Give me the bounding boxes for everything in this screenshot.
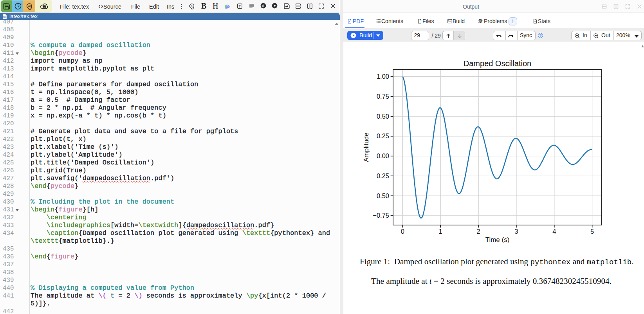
svg-text:Damped Oscillation: Damped Oscillation (464, 59, 531, 68)
svg-text:−0.50: −0.50 (373, 192, 389, 199)
svg-text:Time (s): Time (s) (485, 236, 510, 244)
svg-text:tex: tex (3, 16, 6, 18)
svg-text:1: 1 (439, 228, 442, 235)
svg-text:4: 4 (552, 228, 556, 235)
svg-text:−0.75: −0.75 (373, 212, 389, 219)
svg-text:$: $ (262, 4, 264, 8)
svg-text:0: 0 (401, 228, 404, 235)
svg-text:0.00: 0.00 (377, 152, 389, 159)
svg-text:A: A (348, 20, 350, 23)
svg-text:0.25: 0.25 (377, 132, 389, 139)
svg-text:0.50: 0.50 (377, 113, 389, 120)
svg-text:5: 5 (590, 228, 594, 235)
svg-text:3: 3 (514, 228, 518, 235)
svg-text:2: 2 (477, 228, 480, 235)
svg-text:AI: AI (28, 4, 31, 8)
svg-text:1.00: 1.00 (377, 73, 389, 80)
svg-text:−0.25: −0.25 (373, 172, 389, 179)
svg-text:0.75: 0.75 (377, 93, 389, 100)
svg-text:AI: AI (191, 5, 193, 8)
svg-text:Amplitude: Amplitude (363, 132, 370, 162)
